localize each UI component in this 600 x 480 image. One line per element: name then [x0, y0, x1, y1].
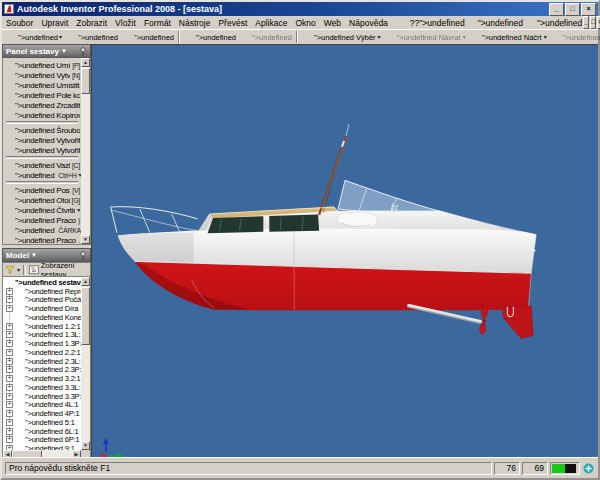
tree-node-label: Reprezentace [65, 287, 81, 296]
tool-vytvo-it-svazek[interactable]: ">undefinedVytvořit svazek... [4, 145, 80, 155]
select-cursor-button[interactable]: ">undefinedVýběr▾ [300, 30, 383, 45]
tool-vytvo-it-komponentu[interactable]: ">undefinedVytvořit komponentu...[N] [4, 70, 80, 80]
menu-item-okno[interactable]: Okno [291, 17, 319, 29]
tool-pracovn-rovina[interactable]: ">undefinedPracovní rovina) [4, 215, 80, 225]
scroll-down-icon[interactable] [81, 235, 90, 244]
expand-plus-icon[interactable]: + [6, 419, 13, 426]
menu-item-aplikace[interactable]: Aplikace [251, 17, 291, 29]
expand-plus-icon[interactable]: + [6, 349, 13, 356]
tool-roubov-spoj[interactable]: ">undefinedŠroubový spoj [4, 125, 80, 135]
expand-plus-icon[interactable]: + [6, 331, 13, 338]
save-button[interactable]: ">undefined [120, 30, 176, 45]
scroll-thumb[interactable] [81, 287, 90, 345]
scroll-up-icon[interactable] [81, 277, 90, 286]
child-restore-button[interactable]: □ [590, 16, 596, 29]
viewport-canvas[interactable] [92, 45, 598, 459]
capacity-meter [550, 462, 580, 475]
assembly-panel-header[interactable]: Panel sestavy ▼ [2, 44, 91, 58]
expand-plus-icon[interactable]: + [6, 288, 13, 295]
tool-label: Otočení komponenty [56, 196, 69, 205]
expand-plus-icon[interactable]: + [6, 401, 13, 408]
dropdown-arrow-icon[interactable]: ▾ [544, 34, 547, 40]
menu-item-n-stroje[interactable]: Nástroje [175, 17, 215, 29]
close-button[interactable]: × [581, 3, 596, 16]
assembly-view-icon[interactable] [29, 265, 39, 275]
expand-plus-icon[interactable]: + [6, 366, 13, 373]
filter-dropdown-icon[interactable]: ▾ [17, 267, 20, 273]
pushpin-icon[interactable] [79, 47, 87, 56]
expand-plus-icon[interactable]: + [6, 305, 13, 312]
menu-items: SouborUpravitZobrazitVložitFormátNástroj… [2, 17, 392, 29]
chevron-down-icon[interactable]: ▼ [61, 48, 79, 54]
menu-item-vlo-it[interactable]: Vložit [111, 17, 140, 29]
expand-plus-icon[interactable]: + [6, 375, 13, 382]
minimize-button[interactable]: _ [549, 3, 564, 16]
dropdown-arrow-icon[interactable]: ▾ [59, 34, 62, 40]
undo-button[interactable]: ">undefined [182, 30, 238, 45]
menu-bar: SouborUpravitZobrazitVložitFormátNástroj… [2, 16, 598, 30]
dropdown-arrow-icon[interactable]: ▾ [463, 34, 466, 40]
status-bar: Pro nápovědu stiskněte F1 76 69 [2, 457, 598, 478]
tip-icon[interactable]: ">undefined [468, 17, 523, 28]
open-button[interactable]: ">undefined [64, 30, 120, 45]
tool-tvrtinov-ez[interactable]: ">undefinedČtvrtinový řez▾ [4, 205, 80, 215]
scroll-down-icon[interactable] [81, 441, 90, 450]
scroll-thumb[interactable] [81, 68, 90, 94]
boat-model [110, 124, 536, 338]
inventor-logo-icon [4, 4, 14, 14]
tool-oto-en-komponenty[interactable]: ">undefinedOtočení komponenty[G] [4, 195, 80, 205]
dropdown-arrow-icon[interactable]: ▾ [378, 34, 381, 40]
status-update-icon[interactable] [582, 462, 595, 475]
pushpin-icon[interactable] [79, 251, 87, 260]
redo-button[interactable]: ">undefined [238, 30, 294, 45]
sketch-button[interactable]: ">undefinedNáčrt▾ [468, 30, 549, 45]
new-document-icon: ">undefined [6, 31, 58, 43]
tool-zrcadlit-komponenty[interactable]: ">undefinedZrcadlit komponenty [4, 100, 80, 110]
expand-plus-icon[interactable]: + [6, 436, 13, 443]
expand-plus-icon[interactable]: + [6, 323, 13, 330]
menu-item-web[interactable]: Web [320, 17, 345, 29]
harness-icon: ">undefined [4, 145, 54, 156]
tool-kop-rovat-komponenty[interactable]: ">undefinedKopírovat komponenty [4, 110, 80, 120]
menu-item-upravit[interactable]: Upravit [37, 17, 72, 29]
filter-funnel-icon[interactable] [5, 265, 15, 275]
menu-item-p-ev-st[interactable]: Převést [214, 17, 251, 29]
expand-plus-icon[interactable]: + [6, 393, 13, 400]
add-icon[interactable]: ">undefined [526, 17, 582, 28]
chevron-down-icon[interactable]: ▼ [31, 252, 79, 258]
update-button[interactable]: ">undefinedAktualizovat▾ [549, 30, 600, 45]
3d-viewport[interactable] [91, 44, 598, 460]
child-minimize-button[interactable]: _ [583, 16, 589, 29]
return-button[interactable]: ">undefinedNávrat▾ [383, 30, 468, 45]
expand-plus-icon[interactable]: + [6, 358, 13, 365]
expand-plus-icon[interactable]: + [6, 410, 13, 417]
menu-item-zobrazit[interactable]: Zobrazit [72, 17, 111, 29]
tool-pole-komponent[interactable]: ">undefinedPole komponent... [4, 90, 80, 100]
expand-plus-icon[interactable]: + [6, 428, 13, 435]
tool-pracovn-bod[interactable]: ">undefinedPracovní bod. [4, 235, 80, 245]
tree-node-label: Díra 1 [65, 304, 81, 313]
menu-item-n-pov-da[interactable]: Nápověda [345, 17, 392, 29]
help-icon[interactable]: ? ?">undefined [400, 17, 465, 28]
expand-plus-icon[interactable]: + [6, 296, 13, 303]
maximize-button[interactable]: □ [565, 3, 580, 16]
tool-um-stit-z-obsahov-ho-centra[interactable]: ">undefinedUmístit z obsahového centra..… [4, 80, 80, 90]
expand-plus-icon[interactable]: + [6, 384, 13, 391]
dropdown-arrow-icon[interactable]: ▾ [77, 207, 80, 213]
expand-plus-icon[interactable]: + [6, 340, 13, 347]
scroll-up-icon[interactable] [81, 58, 90, 67]
menu-item-form-t[interactable]: Formát [140, 17, 175, 29]
tool-nahradit[interactable]: ">undefinedNahraditCtrl+H▾ [4, 170, 80, 180]
new-document-button[interactable]: ">undefined▾ [4, 30, 64, 45]
menu-item-soubor[interactable]: Soubor [2, 17, 37, 29]
tool-list-scrollbar[interactable] [81, 58, 90, 244]
status-counter-1: 76 [494, 462, 520, 475]
tree-vertical-scrollbar[interactable] [81, 277, 90, 450]
copy-component-icon: ">undefined [4, 110, 54, 121]
tool-label: Vazba... [56, 161, 70, 170]
tool-vytvo-it-veden-potrub[interactable]: ">undefinedVytvořit vedení potrubí... [4, 135, 80, 145]
tool-vazba[interactable]: ">undefinedVazba...[C] [4, 160, 80, 170]
tool-posun-komponenty[interactable]: ">undefinedPosun komponenty[V] [4, 185, 80, 195]
tool-pracovn-osa[interactable]: ">undefinedPracovní osaČÁRKA [4, 225, 80, 235]
tool-um-stit-komponentu[interactable]: ">undefinedUmístit komponentu...[P] [4, 60, 80, 70]
